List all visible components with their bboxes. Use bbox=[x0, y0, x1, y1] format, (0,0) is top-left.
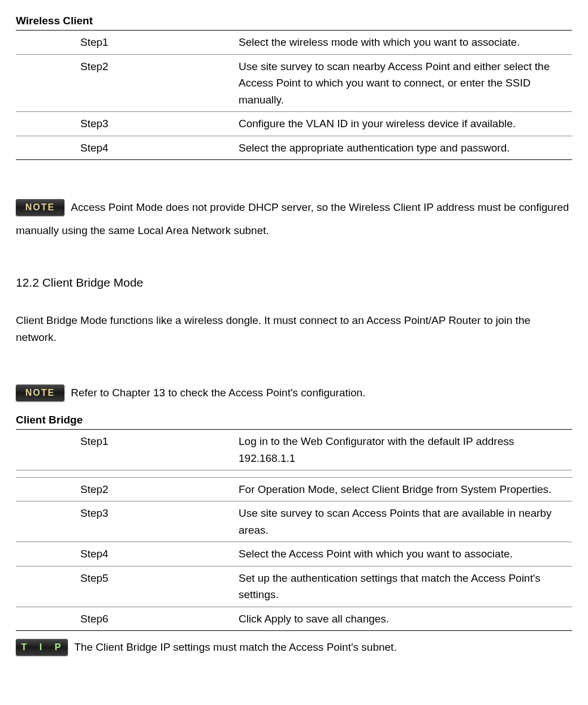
client-bridge-title: Client Bridge bbox=[16, 410, 572, 430]
note-text: Access Point Mode does not provide DHCP … bbox=[16, 201, 569, 236]
step-label: Step2 bbox=[16, 478, 239, 501]
step-desc: Use site survey to scan Access Points th… bbox=[239, 501, 572, 542]
step-desc: Select the Access Point with which you w… bbox=[239, 542, 572, 566]
step-desc: Select the appropriate authentication ty… bbox=[239, 136, 572, 159]
step-label: Step1 bbox=[16, 430, 239, 470]
note-paragraph: NOTE Access Point Mode does not provide … bbox=[16, 196, 572, 243]
note-paragraph: NOTE Refer to Chapter 13 to check the Ac… bbox=[16, 381, 572, 404]
table-row: Step1 Select the wireless mode with whic… bbox=[16, 31, 572, 54]
step-desc: For Operation Mode, select Client Bridge… bbox=[239, 478, 572, 501]
wireless-client-table: Wireless Client Step1 Select the wireles… bbox=[16, 11, 572, 160]
step-desc: Select the wireless mode with which you … bbox=[239, 31, 572, 54]
section-intro: Client Bridge Mode functions like a wire… bbox=[16, 312, 572, 345]
step-label: Step2 bbox=[16, 54, 239, 111]
step-desc: Use site survey to scan nearby Access Po… bbox=[239, 54, 572, 111]
table-row: Step2 Use site survey to scan nearby Acc… bbox=[16, 54, 572, 111]
table-row: Step3 Configure the VLAN ID in your wire… bbox=[16, 112, 572, 136]
step-desc: Log in to the Web Configurator with the … bbox=[239, 430, 572, 470]
table-row: Step4 Select the appropriate authenticat… bbox=[16, 136, 572, 159]
note-icon: NOTE bbox=[16, 199, 64, 216]
step-label: Step1 bbox=[16, 31, 239, 54]
table-row: Step4 Select the Access Point with which… bbox=[16, 542, 572, 566]
wireless-client-title: Wireless Client bbox=[16, 11, 572, 31]
step-desc: Configure the VLAN ID in your wireless d… bbox=[239, 112, 572, 136]
table-row: Step5 Set up the authentication settings… bbox=[16, 566, 572, 607]
note-icon: NOTE bbox=[16, 384, 64, 401]
table-row: Step3 Use site survey to scan Access Poi… bbox=[16, 501, 572, 542]
step-label: Step6 bbox=[16, 607, 239, 630]
table-row: Step6 Click Apply to save all changes. bbox=[16, 607, 572, 630]
step-label: Step4 bbox=[16, 136, 239, 159]
tip-text: The Client Bridge IP settings must match… bbox=[74, 641, 396, 653]
step-desc: Set up the authentication settings that … bbox=[239, 566, 572, 607]
tip-paragraph: T I P The Client Bridge IP settings must… bbox=[16, 635, 572, 659]
client-bridge-table: Client Bridge Step1 Log in to the Web Co… bbox=[16, 410, 572, 631]
section-heading: 12.2 Client Bridge Mode bbox=[16, 274, 572, 292]
step-desc: Click Apply to save all changes. bbox=[239, 607, 572, 630]
step-label: Step5 bbox=[16, 566, 239, 607]
step-label: Step3 bbox=[16, 112, 239, 136]
step-label: Step3 bbox=[16, 501, 239, 542]
tip-icon: T I P bbox=[16, 639, 68, 656]
note-text: Refer to Chapter 13 to check the Access … bbox=[71, 387, 365, 399]
table-row: Step1 Log in to the Web Configurator wit… bbox=[16, 430, 572, 470]
table-row: Step2 For Operation Mode, select Client … bbox=[16, 478, 572, 501]
step-label: Step4 bbox=[16, 542, 239, 566]
